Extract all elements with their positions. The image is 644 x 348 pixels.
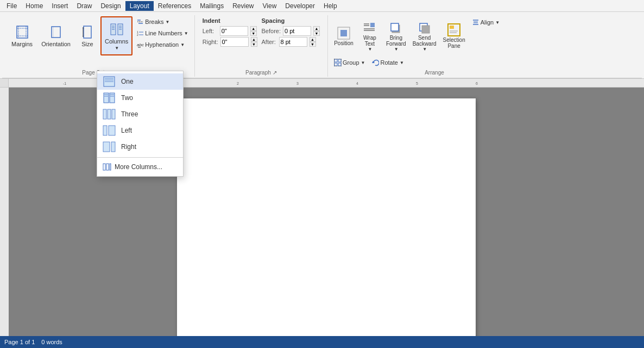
hyphenation-label: Hyphenation xyxy=(145,41,179,48)
menu-layout[interactable]: Layout xyxy=(125,1,154,11)
orientation-icon xyxy=(48,24,64,40)
line-numbers-icon: 1 2 xyxy=(136,29,144,37)
group-button[interactable]: Group ▼ xyxy=(331,57,368,69)
ribbon: Margins Orientation xyxy=(0,12,644,79)
columns-label: Columns xyxy=(105,38,128,45)
arrange-group: Position WrapText ▼ xyxy=(328,15,541,77)
paragraph-expand[interactable]: ↗ xyxy=(273,70,277,76)
svg-rect-48 xyxy=(334,63,337,66)
group-label: Group xyxy=(343,59,359,66)
columns-three-icon xyxy=(103,109,116,120)
spacing-before-spin[interactable]: ▲ ▼ xyxy=(313,26,320,36)
rotate-arrow: ▼ xyxy=(400,60,404,65)
send-backward-button[interactable]: SendBackward ▼ xyxy=(410,16,439,55)
columns-button[interactable]: Columns ▼ xyxy=(100,16,132,55)
bring-forward-arrow: ▼ xyxy=(394,47,399,52)
svg-rect-49 xyxy=(338,63,341,66)
indent-left-up[interactable]: ▲ xyxy=(250,26,257,31)
spacing-before-down[interactable]: ▼ xyxy=(313,31,320,36)
columns-right-item[interactable]: Right xyxy=(97,139,183,155)
columns-two-item[interactable]: Two xyxy=(97,90,183,106)
menu-home[interactable]: Home xyxy=(21,1,47,11)
svg-rect-5 xyxy=(52,27,60,38)
columns-three-item[interactable]: Three xyxy=(97,106,183,122)
selection-pane-button[interactable]: SelectionPane xyxy=(440,16,468,55)
indent-right-row: Right: ▲ ▼ xyxy=(203,37,257,47)
indent-right-up[interactable]: ▲ xyxy=(251,37,257,42)
indent-right-spin[interactable]: ▲ ▼ xyxy=(251,37,257,47)
rotate-icon xyxy=(371,59,379,66)
svg-rect-73 xyxy=(108,109,111,119)
svg-text:2: 2 xyxy=(237,82,239,85)
bring-forward-button[interactable]: BringForward ▼ xyxy=(383,16,409,55)
hyphenation-icon: abc xyxy=(136,41,144,48)
menu-help[interactable]: Help xyxy=(319,1,342,11)
line-numbers-button[interactable]: 1 2 Line Numbers ▼ xyxy=(134,28,191,39)
svg-rect-76 xyxy=(109,126,115,135)
indent-left-down[interactable]: ▼ xyxy=(250,31,257,36)
position-button[interactable]: Position xyxy=(331,16,356,55)
spacing-after-spin[interactable]: ▲ ▼ xyxy=(310,37,316,47)
menu-developer[interactable]: Developer xyxy=(281,1,319,11)
svg-text:abc: abc xyxy=(137,42,144,47)
size-button[interactable]: Size xyxy=(75,16,99,55)
group-arrow: ▼ xyxy=(361,60,365,65)
orientation-button[interactable]: Orientation xyxy=(37,16,74,55)
arrange-label: Arrange xyxy=(425,69,444,76)
svg-text:-1: -1 xyxy=(63,82,66,85)
indent-left-label: Left: xyxy=(203,28,218,34)
menu-insert[interactable]: Insert xyxy=(47,1,72,11)
ruler-left-corner xyxy=(0,79,9,87)
indent-left-spin[interactable]: ▲ ▼ xyxy=(250,26,257,36)
hyphenation-button[interactable]: abc Hyphenation ▼ xyxy=(134,39,191,50)
menu-draw[interactable]: Draw xyxy=(72,1,96,11)
spacing-after-down[interactable]: ▼ xyxy=(310,42,316,47)
wrap-text-icon xyxy=(363,21,377,35)
position-icon xyxy=(337,26,351,40)
columns-right-label: Right xyxy=(121,143,136,151)
align-icon xyxy=(472,18,479,26)
indent-right-down[interactable]: ▼ xyxy=(251,42,257,47)
indent-left-row: Left: ▲ ▼ xyxy=(203,26,257,36)
columns-one-item[interactable]: One xyxy=(97,73,183,90)
svg-text:2: 2 xyxy=(137,33,138,36)
size-icon xyxy=(80,24,95,40)
breaks-button[interactable]: Breaks ▼ xyxy=(134,16,191,27)
margins-button[interactable]: Margins xyxy=(8,16,36,55)
columns-left-item[interactable]: Left xyxy=(97,122,183,139)
send-backward-arrow: ▼ xyxy=(422,47,427,52)
menu-file[interactable]: File xyxy=(2,1,21,11)
align-button[interactable]: Align ▼ xyxy=(469,16,502,28)
svg-rect-79 xyxy=(103,164,105,170)
svg-rect-61 xyxy=(0,88,9,348)
arrange-content: Position WrapText ▼ xyxy=(331,16,538,69)
spacing-after-input[interactable] xyxy=(279,37,307,47)
breaks-arrow: ▼ xyxy=(166,20,170,24)
menu-references[interactable]: References xyxy=(154,1,195,11)
send-backward-label: SendBackward xyxy=(413,35,437,47)
rotate-button[interactable]: Rotate ▼ xyxy=(369,57,406,69)
indent-right-input[interactable] xyxy=(220,37,249,47)
send-backward-icon xyxy=(418,21,432,35)
spacing-before-up[interactable]: ▲ xyxy=(313,26,320,31)
group-icon xyxy=(334,59,342,66)
indent-left-input[interactable] xyxy=(220,26,248,36)
line-numbers-label: Line Numbers xyxy=(145,30,182,36)
svg-text:4: 4 xyxy=(356,82,358,85)
page-setup-content: Margins Orientation xyxy=(8,16,191,69)
menu-review[interactable]: Review xyxy=(228,1,258,11)
spacing-after-up[interactable]: ▲ xyxy=(310,37,316,42)
word-count: 0 words xyxy=(41,339,62,345)
bring-forward-label: BringForward xyxy=(386,35,406,47)
wrap-text-button[interactable]: WrapText ▼ xyxy=(357,16,382,55)
svg-rect-44 xyxy=(473,21,478,23)
menu-mailings[interactable]: Mailings xyxy=(195,1,228,11)
columns-two-icon xyxy=(103,92,116,103)
spacing-before-input[interactable] xyxy=(283,26,311,36)
spacing-col: Spacing Before: ▲ ▼ After: xyxy=(262,17,320,47)
svg-rect-72 xyxy=(103,109,106,119)
more-columns-item[interactable]: More Columns... xyxy=(97,160,183,174)
menu-design[interactable]: Design xyxy=(96,1,125,11)
menu-view[interactable]: View xyxy=(258,1,281,11)
svg-rect-46 xyxy=(334,59,337,62)
